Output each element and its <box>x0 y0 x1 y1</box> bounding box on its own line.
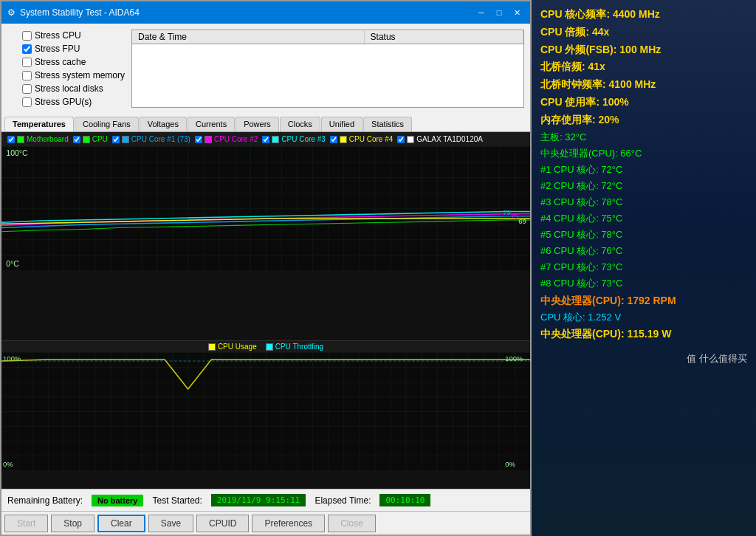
temp-legend: MotherboardCPUCPU Core #1 (73)CPU Core #… <box>1 132 530 146</box>
legend-label: Motherboard <box>27 135 69 143</box>
start-button[interactable]: Start <box>4 515 48 532</box>
elapsed-label: Elapsed Time: <box>315 495 371 506</box>
checkbox-gpu[interactable] <box>22 97 32 107</box>
cpu-legend-dot <box>208 343 216 351</box>
save-button[interactable]: Save <box>148 515 193 532</box>
cpu-legend-dot <box>266 343 273 351</box>
svg-text:100°C: 100°C <box>6 148 28 157</box>
tab-voltages[interactable]: Voltages <box>140 117 187 131</box>
maximize-button[interactable]: □ <box>492 7 506 18</box>
preferences-button[interactable]: Preferences <box>252 515 325 532</box>
tab-statistics[interactable]: Statistics <box>363 117 412 131</box>
stress-icon-cpu <box>7 30 19 41</box>
legend-checkbox-galaxta1d0120a[interactable] <box>397 136 405 143</box>
tabs-bar: TemperaturesCooling FansVoltagesCurrents… <box>1 114 530 132</box>
close-window-button[interactable]: ✕ <box>509 7 524 18</box>
legend-label: CPU Core #1 (73) <box>131 135 190 143</box>
stress-icon-fpu <box>7 43 19 55</box>
legend-label: CPU Core #2 <box>214 135 258 143</box>
legend-galaxta1d0120a: GALAX TA1D0120A <box>397 135 483 143</box>
info-line-13: #5 CPU 核心: 78°C <box>540 227 747 243</box>
legend-checkbox-cpucore#2[interactable] <box>195 136 202 143</box>
close-button[interactable]: Close <box>328 515 376 532</box>
cpu-legend-cpuusage: CPU Usage <box>208 343 257 351</box>
info-line-10: #2 CPU 核心: 72°C <box>540 178 747 194</box>
stress-item-cpu: Stress CPU <box>7 30 126 41</box>
stop-button[interactable]: Stop <box>51 515 94 532</box>
info-line-4: 北桥时钟频率: 4100 MHz <box>540 76 747 94</box>
cpu-legend-label: CPU Usage <box>218 343 257 351</box>
svg-text:0%: 0% <box>3 461 13 468</box>
checkbox-cpu[interactable] <box>22 31 32 41</box>
tab-unified[interactable]: Unified <box>321 117 362 131</box>
stress-icon-disks <box>7 83 19 95</box>
legend-color-dot <box>407 136 414 143</box>
legend-checkbox-cpu[interactable] <box>73 136 80 143</box>
info-line-7: 主板: 32°C <box>540 129 747 145</box>
checkbox-disks[interactable] <box>22 84 32 94</box>
test-started-label: Test Started: <box>152 495 202 506</box>
checkbox-memory[interactable] <box>22 71 32 80</box>
stress-item-memory: Stress system memory <box>7 69 126 81</box>
info-line-11: #3 CPU 核心: 78°C <box>540 194 747 210</box>
legend-checkbox-cpucore#1(73)[interactable] <box>112 136 120 143</box>
info-line-5: CPU 使用率: 100% <box>540 94 747 111</box>
tab-temperatures[interactable]: Temperatures <box>4 117 74 131</box>
label-memory: Stress system memory <box>35 70 125 80</box>
checkbox-cache[interactable] <box>22 58 32 67</box>
battery-value: No battery <box>92 495 143 506</box>
tab-clocks[interactable]: Clocks <box>280 117 320 131</box>
info-line-14: #6 CPU 核心: 76°C <box>540 243 747 259</box>
legend-color-dot <box>272 136 279 143</box>
legend-motherboard: Motherboard <box>7 135 69 143</box>
status-bar: Remaining Battery: No battery Test Start… <box>1 489 530 511</box>
cpu-chart-svg: 100% 0% 100% 0% <box>1 352 530 470</box>
tab-powers[interactable]: Powers <box>236 117 279 131</box>
log-col-status: Status <box>365 30 523 44</box>
info-line-18: CPU 核心: 1.252 V <box>540 309 747 326</box>
clear-button[interactable]: Clear <box>97 515 145 532</box>
info-line-2: CPU 外频(FSB): 100 MHz <box>540 41 747 59</box>
tab-cooling_fans[interactable]: Cooling Fans <box>75 117 139 131</box>
legend-checkbox-cpucore#4[interactable] <box>330 136 337 143</box>
legend-cpucore#2: CPU Core #2 <box>195 135 258 143</box>
label-gpu: Stress GPU(s) <box>35 97 92 107</box>
cpuid-button[interactable]: CPUID <box>196 515 249 532</box>
tab-currents[interactable]: Currents <box>188 117 235 131</box>
battery-label: Remaining Battery: <box>7 495 83 506</box>
cpu-legend: CPU UsageCPU Throttling <box>1 341 530 352</box>
minimize-button[interactable]: ─ <box>474 7 489 18</box>
stress-area: Stress CPUStress FPUStress cacheStress s… <box>1 24 530 114</box>
info-line-1: CPU 倍频: 44x <box>540 24 747 41</box>
legend-color-dot <box>122 136 129 143</box>
info-line-19: 中央处理器(CPU): 115.19 W <box>540 326 747 343</box>
stress-item-disks: Stress local disks <box>7 83 126 95</box>
info-line-8: 中央处理器(CPU): 66°C <box>540 145 747 162</box>
stress-item-fpu: Stress FPU <box>7 43 126 55</box>
legend-label: GALAX TA1D0120A <box>416 135 483 143</box>
app-icon: ⚙ <box>7 7 16 18</box>
cpu-legend-label: CPU Throttling <box>275 343 323 351</box>
legend-color-dot <box>83 136 90 143</box>
legend-checkbox-motherboard[interactable] <box>7 136 15 143</box>
svg-text:0%: 0% <box>505 461 515 468</box>
legend-cpucore#4: CPU Core #4 <box>330 135 393 143</box>
info-line-0: CPU 核心频率: 4400 MHz <box>540 6 747 24</box>
info-line-9: #1 CPU 核心: 72°C <box>540 162 747 178</box>
label-fpu: Stress FPU <box>35 44 80 54</box>
info-line-16: #8 CPU 核心: 73°C <box>540 275 747 292</box>
test-started-value: 2019/11/9 9:15:11 <box>211 494 306 506</box>
legend-label: CPU <box>92 135 108 143</box>
stress-icon-gpu <box>7 96 19 108</box>
log-header: Date & Time Status <box>132 30 523 44</box>
legend-cpucore#1(73): CPU Core #1 (73) <box>112 135 190 143</box>
checkbox-fpu[interactable] <box>22 44 32 54</box>
legend-cpu: CPU <box>73 135 108 143</box>
legend-checkbox-cpucore#3[interactable] <box>262 136 269 143</box>
title-bar: ⚙ System Stability Test - AIDA64 ─ □ ✕ <box>1 1 530 24</box>
tabs-area: TemperaturesCooling FansVoltagesCurrents… <box>1 114 530 132</box>
label-cache: Stress cache <box>35 57 86 67</box>
label-disks: Stress local disks <box>35 83 103 94</box>
info-line-12: #4 CPU 核心: 75°C <box>540 210 747 227</box>
log-col-datetime: Date & Time <box>132 30 365 44</box>
